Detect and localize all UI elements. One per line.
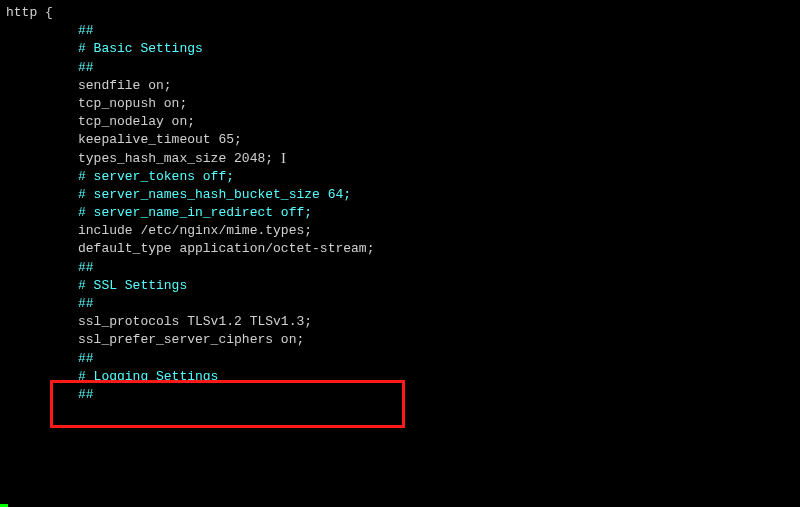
directive-types-hash: types_hash_max_size 2048; xyxy=(6,150,794,168)
directive-tcp-nopush: tcp_nopush on; xyxy=(6,95,794,113)
terminal-editor[interactable]: http { ## # Basic Settings ## sendfile o… xyxy=(6,4,794,404)
section-header-logging: # Logging Settings xyxy=(6,368,794,386)
directive-keepalive: keepalive_timeout 65; xyxy=(6,131,794,149)
directive-default-type: default_type application/octet-stream; xyxy=(6,240,794,258)
directive-sendfile: sendfile on; xyxy=(6,77,794,95)
comment-line: ## xyxy=(6,59,794,77)
directive-tcp-nodelay: tcp_nodelay on; xyxy=(6,113,794,131)
section-header-basic: # Basic Settings xyxy=(6,40,794,58)
comment-line: ## xyxy=(6,350,794,368)
comment-server-tokens: # server_tokens off; xyxy=(6,168,794,186)
directive-ssl-prefer-ciphers: ssl_prefer_server_ciphers on; xyxy=(6,331,794,349)
comment-server-name-redirect: # server_name_in_redirect off; xyxy=(6,204,794,222)
directive-ssl-protocols: ssl_protocols TLSv1.2 TLSv1.3; xyxy=(6,313,794,331)
comment-server-names-hash: # server_names_hash_bucket_size 64; xyxy=(6,186,794,204)
comment-line: ## xyxy=(6,386,794,404)
config-line: http { xyxy=(6,4,794,22)
section-header-ssl: # SSL Settings xyxy=(6,277,794,295)
directive-include-mime: include /etc/nginx/mime.types; xyxy=(6,222,794,240)
comment-line: ## xyxy=(6,22,794,40)
comment-line: ## xyxy=(6,295,794,313)
comment-line: ## xyxy=(6,259,794,277)
